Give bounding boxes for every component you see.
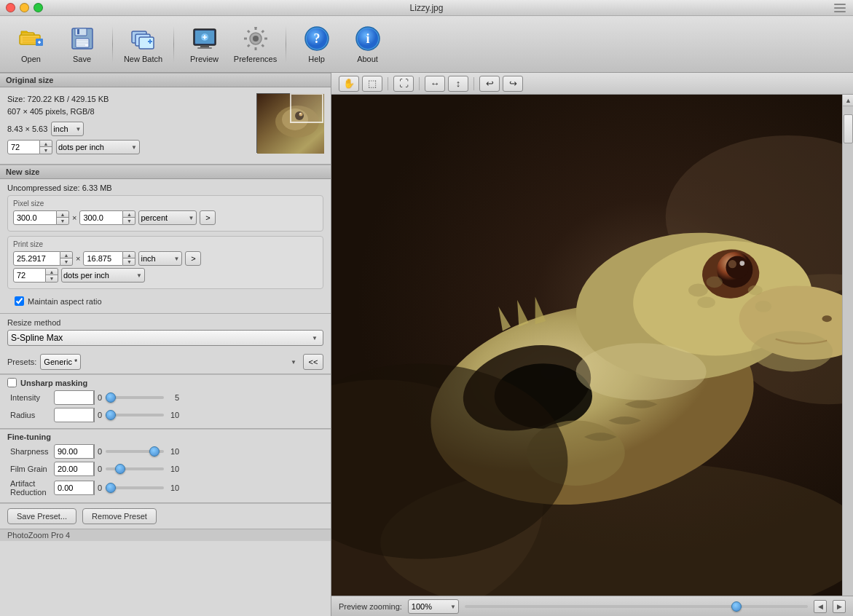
print-height-up[interactable]: ▲ xyxy=(123,252,135,258)
sharpness-down[interactable]: ▼ xyxy=(94,451,95,458)
sharpness-slider[interactable] xyxy=(106,450,164,453)
new-size-header: New size xyxy=(0,165,331,179)
dpi-input[interactable]: 72 xyxy=(7,140,40,154)
intensity-slider[interactable] xyxy=(106,396,164,399)
preview-button[interactable]: Preview xyxy=(181,20,228,69)
sharpness-up[interactable]: ▲ xyxy=(94,445,95,451)
print-apply-button[interactable]: > xyxy=(185,251,201,266)
vertical-scrollbar[interactable]: ▲ ▼ xyxy=(842,95,853,616)
print-dpi-input[interactable] xyxy=(13,268,46,283)
minimize-button[interactable] xyxy=(20,3,29,12)
save-button[interactable]: Save xyxy=(58,20,106,69)
open-icon xyxy=(18,25,44,52)
close-button[interactable] xyxy=(6,3,15,12)
svg-point-51 xyxy=(822,315,831,322)
dpi-spinner-buttons: ▲ ▼ xyxy=(40,140,52,154)
intensity-up[interactable]: ▲ xyxy=(94,391,95,398)
open-button[interactable]: Open xyxy=(7,20,55,69)
scrollbar-thumb[interactable] xyxy=(844,114,853,143)
radius-up[interactable]: ▲ xyxy=(94,408,95,415)
new-batch-button[interactable]: New Batch xyxy=(119,20,167,69)
flip-v-button[interactable]: ↕ xyxy=(448,76,468,92)
flip-h-button[interactable]: ↔ xyxy=(425,76,445,92)
resize-method-select[interactable]: S-Spline Max S-Spline Lanczos Bicubic xyxy=(7,330,323,346)
select-tool-button[interactable]: ⬚ xyxy=(362,76,382,92)
artifact-up[interactable]: ▲ xyxy=(94,481,95,488)
px-height-input[interactable] xyxy=(79,210,123,225)
preferences-button[interactable]: Preferences xyxy=(232,20,279,69)
filmgrain-input[interactable] xyxy=(54,462,94,476)
scroll-left-button[interactable]: ◀ xyxy=(814,600,827,613)
radius-slider[interactable] xyxy=(106,414,164,416)
intensity-down[interactable]: ▼ xyxy=(94,398,95,404)
filmgrain-down[interactable]: ▼ xyxy=(94,469,95,475)
about-button[interactable]: i About xyxy=(344,20,391,69)
filmgrain-up[interactable]: ▲ xyxy=(94,462,95,469)
print-width-up[interactable]: ▲ xyxy=(60,252,72,258)
rotate-left-button[interactable]: ↩ xyxy=(479,76,500,92)
print-height-input[interactable] xyxy=(83,251,123,266)
px-apply-button[interactable]: > xyxy=(200,210,216,225)
maximize-button[interactable] xyxy=(34,3,43,12)
svg-rect-4 xyxy=(75,28,87,36)
svg-point-43 xyxy=(728,260,736,268)
unsharp-label[interactable]: Unsharp masking xyxy=(20,379,87,387)
dpi-down-button[interactable]: ▼ xyxy=(40,147,52,154)
dpi-up-button[interactable]: ▲ xyxy=(40,141,52,147)
intensity-input-wrapper: ▲ ▼ xyxy=(54,390,94,405)
dpi-row: 72 ▲ ▼ dots per inch ▼ xyxy=(7,140,251,154)
print-dpi-down[interactable]: ▼ xyxy=(46,275,58,282)
rotate-right-button[interactable]: ↪ xyxy=(503,76,523,92)
sharpness-input[interactable] xyxy=(54,444,94,459)
px-height-down[interactable]: ▼ xyxy=(123,218,135,224)
radius-down[interactable]: ▼ xyxy=(94,415,95,422)
img-toolbar-sep-1 xyxy=(388,77,388,90)
x-separator-1: × xyxy=(72,213,76,222)
aspect-ratio-row: Maintain aspect ratio xyxy=(7,293,323,309)
aspect-ratio-label[interactable]: Maintain aspect ratio xyxy=(28,297,102,306)
px-unit-select[interactable]: percent pixels xyxy=(138,210,197,225)
zoom-select[interactable]: 100% 50% 200% Fit xyxy=(408,599,459,614)
px-width-down[interactable]: ▼ xyxy=(57,218,68,224)
radius-input[interactable] xyxy=(54,408,94,422)
open-label: Open xyxy=(21,55,41,63)
print-unit-select[interactable]: inch cm xyxy=(138,251,182,266)
unsharp-checkbox[interactable] xyxy=(7,378,17,387)
zoom-slider[interactable] xyxy=(465,605,808,608)
aspect-ratio-checkbox[interactable] xyxy=(15,296,24,306)
print-width-down[interactable]: ▼ xyxy=(60,258,72,265)
width-unit-select[interactable]: inch xyxy=(51,122,84,136)
main-toolbar: Open Save New Batch xyxy=(0,16,853,73)
fine-tuning-section: Fine-tuning Sharpness ▲ ▼ 0 10 xyxy=(0,429,331,502)
px-width-input[interactable] xyxy=(13,210,57,225)
dpi-unit-select[interactable]: dots per inch xyxy=(56,140,140,154)
save-preset-button[interactable]: Save Preset... xyxy=(7,508,76,524)
collapse-button[interactable]: << xyxy=(303,354,323,370)
remove-preset-button[interactable]: Remove Preset xyxy=(82,508,157,524)
presets-select[interactable]: Generic * xyxy=(40,354,81,370)
hand-tool-button[interactable]: ✋ xyxy=(339,76,359,92)
svg-point-47 xyxy=(697,296,715,308)
print-dpi-unit-select[interactable]: dots per inch xyxy=(61,268,145,283)
artifact-down[interactable]: ▼ xyxy=(94,488,95,494)
px-width-up[interactable]: ▲ xyxy=(57,211,68,218)
filmgrain-min: 0 xyxy=(98,465,102,473)
artifact-slider[interactable] xyxy=(106,486,164,489)
filmgrain-slider[interactable] xyxy=(106,467,164,470)
window-controls[interactable] xyxy=(6,3,43,12)
print-dpi-up[interactable]: ▲ xyxy=(46,269,58,275)
intensity-input[interactable] xyxy=(54,390,94,405)
print-height-spinner-btns: ▲ ▼ xyxy=(123,251,135,266)
filmgrain-label: Film Grain xyxy=(10,465,50,473)
svg-point-44 xyxy=(739,261,744,266)
print-height-down[interactable]: ▼ xyxy=(123,258,135,265)
filmgrain-spinner-btns: ▲ ▼ xyxy=(94,462,95,476)
scroll-right-button[interactable]: ▶ xyxy=(833,600,846,613)
artifact-input[interactable] xyxy=(54,481,94,495)
print-width-input[interactable] xyxy=(13,251,60,266)
px-height-up[interactable]: ▲ xyxy=(123,211,135,218)
help-button[interactable]: ? Help xyxy=(293,20,340,69)
zoom-fit-button[interactable]: ⛶ xyxy=(393,76,414,92)
scrollbar-up-arrow[interactable]: ▲ xyxy=(843,95,853,106)
sharpness-row: Sharpness ▲ ▼ 0 10 xyxy=(7,444,323,459)
